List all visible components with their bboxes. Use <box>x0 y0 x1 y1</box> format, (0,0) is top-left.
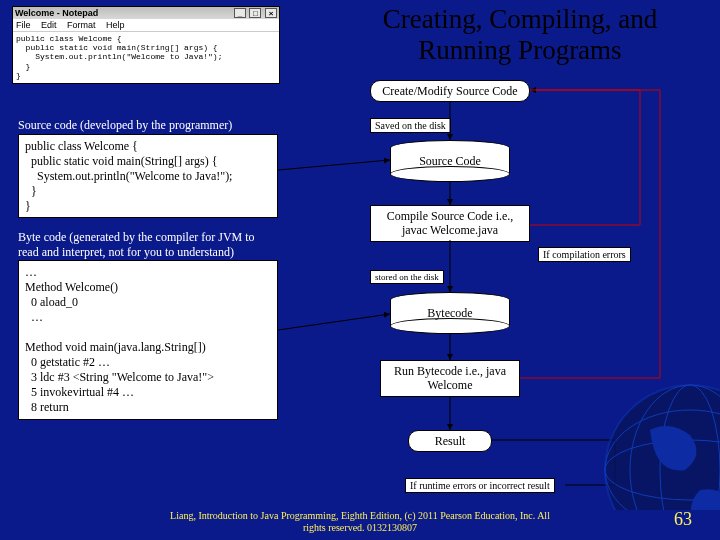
bytecode-caption: Byte code (generated by the compiler for… <box>18 230 278 260</box>
maximize-icon[interactable]: □ <box>249 8 261 18</box>
flow-source-code: Source Code <box>390 140 510 182</box>
source-code-box: public class Welcome { public static voi… <box>18 134 278 218</box>
flow-compile: Compile Source Code i.e., javac Welcome.… <box>370 205 530 242</box>
source-code-caption: Source code (developed by the programmer… <box>18 118 278 133</box>
notepad-titlebar: Welcome - Notepad _ □ × <box>13 7 279 19</box>
flow-bytecode: Bytecode <box>390 292 510 334</box>
notepad-window: Welcome - Notepad _ □ × File Edit Format… <box>12 6 280 84</box>
menu-format[interactable]: Format <box>67 20 96 30</box>
page-number: 63 <box>674 509 692 530</box>
notepad-title-text: Welcome - Notepad <box>15 8 98 18</box>
flow-create: Create/Modify Source Code <box>370 80 530 102</box>
flow-runtime-errors: If runtime errors or incorrect result <box>405 478 555 493</box>
close-icon[interactable]: × <box>265 8 277 18</box>
notepad-body: public class Welcome { public static voi… <box>13 32 279 82</box>
window-controls: _ □ × <box>233 8 277 18</box>
minimize-icon[interactable]: _ <box>234 8 246 18</box>
svg-line-6 <box>278 314 390 330</box>
slide-footer: Liang, Introduction to Java Programming,… <box>160 510 560 534</box>
bytecode-box: … Method Welcome() 0 aload_0 … Method vo… <box>18 260 278 420</box>
menu-edit[interactable]: Edit <box>41 20 57 30</box>
flow-stored-disk: stored on the disk <box>370 270 444 284</box>
flow-saved-disk: Saved on the disk <box>370 118 451 133</box>
flow-compile-errors: If compilation errors <box>538 247 631 262</box>
menu-file[interactable]: File <box>16 20 31 30</box>
flow-run: Run Bytecode i.e., java Welcome <box>380 360 520 397</box>
flow-result: Result <box>408 430 492 452</box>
notepad-menu: File Edit Format Help <box>13 19 279 32</box>
globe-icon <box>580 360 720 510</box>
svg-line-5 <box>278 160 390 170</box>
menu-help[interactable]: Help <box>106 20 125 30</box>
slide-title: Creating, Compiling, and Running Program… <box>340 4 700 66</box>
